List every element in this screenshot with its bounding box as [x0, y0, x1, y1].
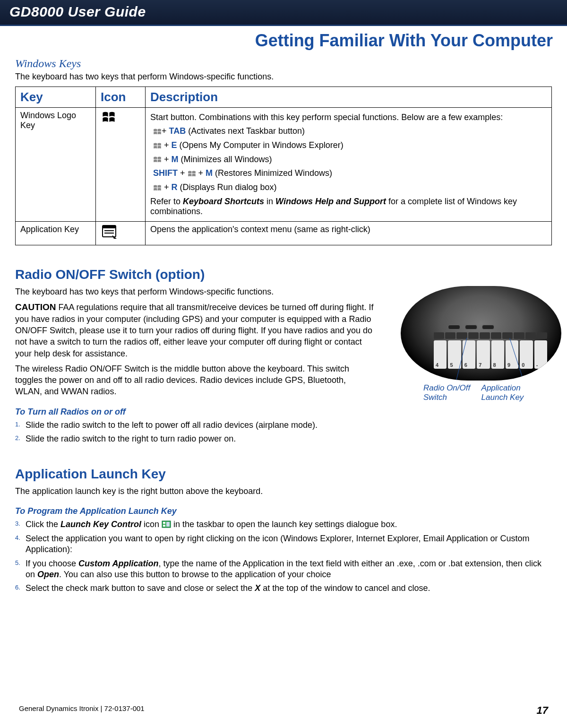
key-desc-cell: Start button. Combinations with this key… [146, 108, 552, 222]
refer-b2: Windows Help and Support [275, 197, 386, 206]
radio-detail: The wireless Radio ON/OFF Switch is the … [15, 363, 374, 398]
combo-desc: (Displays Run dialog box) [178, 182, 277, 192]
plus: + [162, 140, 172, 150]
windows-key-icon [153, 183, 162, 193]
radio-subhead: To Turn all Radios on or off [15, 407, 374, 417]
doc-title: GD8000 User Guide [9, 4, 558, 20]
refer-mid: in [264, 197, 275, 206]
step-text: Slide the radio switch to the right to t… [26, 434, 236, 443]
radio-intro: The keyboard has two keys that perform W… [15, 286, 374, 297]
page-title: Getting Familiar With Your Computer [0, 26, 567, 57]
col-icon: Icon [96, 87, 146, 108]
windows-keys-table: Key Icon Description Windows Logo Key St… [15, 87, 552, 245]
plus: + [162, 126, 169, 136]
table-row: Windows Logo Key Start button. Combinati… [16, 108, 552, 222]
windows-key-icon [153, 141, 162, 151]
step-num: 4. [15, 534, 20, 542]
key-tab: TAB [169, 126, 186, 136]
header-bar: GD8000 User Guide [0, 0, 567, 26]
key-r: R [172, 182, 178, 192]
combo-desc: (Restores Minimized Windows) [213, 168, 332, 178]
key-shift: SHIFT [153, 168, 178, 178]
table-row: Application Key Opens the application's … [16, 221, 552, 245]
windows-keys-heading: Windows Keys [15, 57, 552, 70]
windows-key-icon [153, 155, 162, 165]
refer-pre: Refer to [150, 197, 183, 206]
list-item: 2.Slide the radio switch to the right to… [15, 433, 374, 444]
list-item: 3. Click the Launch Key Control icon in … [15, 519, 552, 530]
app-launch-heading: Application Launch Key [15, 467, 552, 482]
key-name-cell: Application Key [16, 221, 96, 245]
refer-line: Refer to Keyboard Shortcuts in Windows H… [150, 197, 547, 217]
app-launch-intro: The application launch key is the right … [15, 485, 552, 497]
combo-line: SHIFT + + M (Restores Minimized Windows) [153, 168, 547, 179]
step-num: 2. [15, 434, 20, 442]
list-item: 6. Select the check mark button to save … [15, 583, 552, 594]
key-desc-cell: Opens the application's context menu (sa… [146, 221, 552, 245]
col-desc: Description [146, 87, 552, 108]
step6-c: at the top of the window to cancel and c… [260, 583, 430, 593]
plus: + [162, 182, 172, 192]
step4: Select the application you want to open … [26, 534, 530, 554]
windows-keys-intro: The keyboard has two keys that perform W… [15, 72, 552, 82]
step-num: 3. [15, 520, 20, 528]
key-m2: M [206, 168, 213, 178]
step-num: 5. [15, 559, 20, 567]
plus: + [162, 155, 172, 164]
caution-body: FAA regulations require that all transmi… [15, 303, 374, 358]
application-key-icon [101, 225, 119, 242]
windows-key-icon [153, 127, 162, 137]
step3-c: icon [141, 520, 162, 529]
caution-label: CAUTION [15, 302, 56, 312]
desc-intro: Start button. Combinations with this key… [150, 113, 547, 122]
footer-left: General Dynamics Itronix | 72-0137-001 [19, 704, 145, 717]
fig-label-left: Radio On/Off Switch [423, 383, 481, 402]
step-num: 1. [15, 421, 20, 429]
step3-d: in the taskbar to open the launch key se… [171, 520, 397, 529]
step6-a: Select the check mark button to save and… [26, 583, 255, 593]
footer: General Dynamics Itronix | 72-0137-001 1… [0, 704, 567, 717]
step-text: Slide the radio switch to the left to po… [26, 420, 318, 430]
page-number: 17 [537, 704, 548, 717]
step5-a: If you choose [26, 559, 78, 568]
list-item: 4.Select the application you want to ope… [15, 533, 552, 555]
step3-a: Click the [26, 520, 60, 529]
launch-key-control-icon [162, 519, 171, 530]
plus: + [196, 168, 206, 178]
list-item: 5. If you choose Custom Application, typ… [15, 558, 552, 581]
key-name-cell: Windows Logo Key [16, 108, 96, 222]
col-key: Key [16, 87, 96, 108]
step3-b: Launch Key Control [60, 520, 141, 529]
list-item: 1.Slide the radio switch to the left to … [15, 420, 374, 431]
combo-line: + M (Minimizes all Windows) [153, 155, 547, 165]
combo-line: + TAB (Activates next Taskbar button) [153, 126, 547, 137]
app-launch-subhead: To Program the Application Launch Key [15, 506, 552, 516]
plus: + [178, 168, 188, 178]
step5-e: . You can also use this button to browse… [59, 570, 331, 579]
windows-key-icon [188, 169, 196, 179]
keyboard-figure: 4567890- Radio On/Off Switch Application… [401, 286, 561, 402]
combo-line: + R (Displays Run dialog box) [153, 182, 547, 193]
key-e: E [172, 140, 177, 150]
key-icon-cell [96, 108, 146, 222]
combo-desc: (Activates next Taskbar button) [186, 126, 305, 136]
fig-label-right: Application Launch Key [481, 383, 548, 402]
combo-desc: (Opens My Computer in Windows Explorer) [177, 140, 344, 150]
refer-b1: Keyboard Shortcuts [183, 197, 264, 206]
radio-caution: CAUTION FAA regulations require that all… [15, 301, 374, 359]
key-icon-cell [96, 221, 146, 245]
radio-heading: Radio ON/OFF Switch (option) [15, 267, 374, 282]
step-num: 6. [15, 584, 20, 592]
windows-logo-icon [101, 111, 117, 126]
step6-b: X [255, 583, 260, 593]
step5-d: Open [37, 570, 59, 579]
combo-line: + E (Opens My Computer in Windows Explor… [153, 140, 547, 151]
step5-b: Custom Application [78, 559, 158, 568]
combo-desc: (Minimizes all Windows) [179, 155, 272, 164]
key-m: M [172, 155, 179, 164]
